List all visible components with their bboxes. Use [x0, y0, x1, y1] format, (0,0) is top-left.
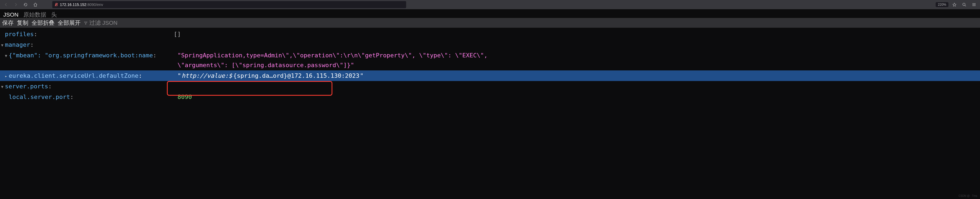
svg-line-3: [965, 5, 966, 6]
url-bar[interactable]: 172.16.115.152:8090/env: [52, 1, 406, 8]
menu-icon[interactable]: [970, 1, 978, 8]
collapse-all-button[interactable]: 全部折叠: [30, 19, 56, 27]
expand-toggle-icon[interactable]: ▼: [5, 53, 7, 59]
json-key-profiles[interactable]: profiles: []: [0, 29, 980, 39]
back-button[interactable]: [2, 1, 10, 8]
toolbar-right: 220%: [935, 1, 978, 8]
svg-point-2: [963, 3, 965, 6]
expand-toggle-icon[interactable]: ▼: [1, 42, 3, 48]
json-key-mbean[interactable]: ▼ {"mbean": "org.springframework.boot:na…: [0, 50, 980, 70]
viewer-tabs: JSON 原始数据 头: [0, 9, 980, 19]
tab-json[interactable]: JSON: [3, 11, 19, 18]
save-button[interactable]: 保存: [1, 19, 15, 27]
search-icon[interactable]: [960, 1, 968, 8]
insecure-lock-icon: [54, 3, 58, 6]
zoom-level[interactable]: 220%: [935, 2, 948, 7]
reload-button[interactable]: [22, 1, 29, 8]
json-key-server-ports[interactable]: ▼ server.ports:: [0, 81, 980, 92]
bookmark-star-icon[interactable]: [951, 1, 958, 8]
filter-input[interactable]: 过滤 JSON: [84, 19, 118, 27]
json-key-local-server-port[interactable]: local.server.port: 8090: [0, 92, 980, 102]
json-tree: profiles: [] ▼ manager: ▼ {"mbean": "org…: [0, 28, 980, 103]
expand-toggle-icon[interactable]: ▸: [5, 73, 7, 79]
home-button[interactable]: [32, 1, 39, 8]
json-key-manager[interactable]: ▼ manager:: [0, 39, 980, 50]
tab-headers[interactable]: 头: [51, 11, 57, 19]
browser-toolbar: 172.16.115.152:8090/env 220%: [0, 0, 980, 9]
json-key-eureka[interactable]: ▸ eureka.client.serviceUrl.defaultZone: …: [0, 70, 980, 81]
tab-raw[interactable]: 原始数据: [24, 11, 46, 19]
expand-toggle-icon[interactable]: ▼: [1, 84, 3, 90]
action-bar: 保存 复制 全部折叠 全部展开 过滤 JSON: [0, 18, 980, 28]
forward-button[interactable]: [12, 1, 20, 8]
url-text: 172.16.115.152:8090/env: [60, 2, 103, 7]
json-viewer: JSON 原始数据 头 保存 复制 全部折叠 全部展开 过滤 JSON prof…: [0, 9, 980, 103]
expand-all-button[interactable]: 全部展开: [57, 19, 82, 27]
copy-button[interactable]: 复制: [16, 19, 29, 27]
